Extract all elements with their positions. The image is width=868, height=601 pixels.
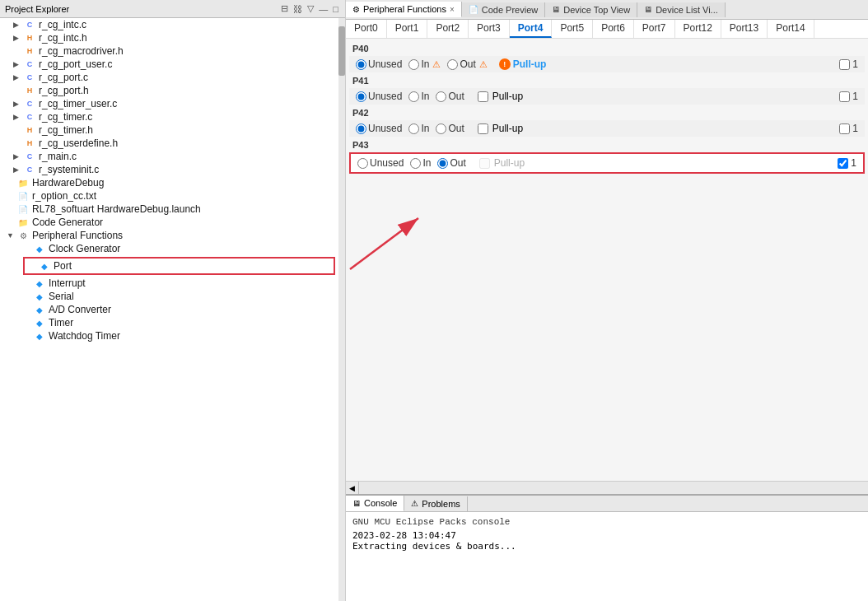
radio-in-p40[interactable]: In (408, 58, 429, 70)
radio-out-p43-input[interactable] (437, 158, 448, 169)
link-btn[interactable]: ⛓ (292, 2, 304, 15)
radio-unused-p42[interactable]: Unused (356, 123, 402, 134)
tree-folder-code-generator[interactable]: 📁 Code Generator (0, 216, 338, 229)
radio-out-p42-label: Out (448, 123, 464, 134)
tree-item-timer[interactable]: ◆ Timer (0, 316, 338, 329)
tree-item[interactable]: H r_cg_port.h (0, 84, 338, 97)
port-tab-port3[interactable]: Port3 (469, 20, 510, 38)
checkbox-p40[interactable] (839, 59, 850, 70)
port-tab-port7[interactable]: Port7 (634, 20, 675, 38)
value-label-p42: 1 (852, 123, 858, 134)
radio-out-p40[interactable]: Out (447, 58, 475, 70)
pullup-checkbox-p43[interactable] (479, 158, 490, 169)
tree-item-interrupt[interactable]: ◆ Interrupt (0, 277, 338, 290)
radio-out-p42[interactable]: Out (436, 123, 464, 134)
radio-in-p43[interactable]: In (410, 157, 431, 169)
radio-unused-p41-input[interactable] (356, 91, 366, 102)
port-row-p43: Unused In Out Pull-up (349, 152, 865, 174)
expand-icon: ▶ (13, 21, 23, 29)
port-tab-port4[interactable]: Port4 (510, 20, 553, 38)
tree-item[interactable]: H r_cg_timer.h (0, 123, 338, 137)
tree-item-ad-converter[interactable]: ◆ A/D Converter (0, 303, 338, 316)
tree-item-port[interactable]: ◆ Port (23, 257, 335, 275)
radio-in-p41[interactable]: In (408, 91, 429, 102)
radio-out-p41[interactable]: Out (436, 91, 464, 102)
tab-close-peripheral[interactable]: × (450, 5, 455, 14)
port-tab-port1[interactable]: Port1 (387, 20, 428, 38)
maximize-btn[interactable]: □ (331, 2, 340, 15)
filter-btn[interactable]: ▽ (306, 2, 315, 15)
minimize-btn[interactable]: — (317, 2, 329, 15)
tab-device-list[interactable]: 🖥 Device List Vi... (637, 2, 726, 17)
radio-out-p41-label: Out (448, 91, 464, 102)
left-scrollbar[interactable] (338, 18, 345, 601)
tree-item-serial[interactable]: ◆ Serial (0, 290, 338, 303)
radio-unused-p43[interactable]: Unused (357, 157, 404, 169)
checkbox-p43[interactable] (838, 158, 848, 169)
checkbox-p42[interactable] (839, 123, 850, 134)
expand-icon: ▶ (13, 60, 23, 68)
tree-item[interactable]: ▶ C r_cg_port_user.c (0, 58, 338, 71)
horizontal-scrollbar[interactable]: ◀ (346, 481, 868, 494)
tab-problems[interactable]: ⚠ Problems (404, 496, 467, 511)
radio-in-p42[interactable]: In (408, 123, 429, 134)
port-p42-options: Unused In Out (356, 123, 464, 134)
radio-out-p42-input[interactable] (436, 123, 446, 134)
radio-unused-p40[interactable]: Unused (356, 58, 402, 70)
interrupt-icon: ◆ (33, 277, 46, 289)
tree-item[interactable]: ▶ C r_cg_port.c (0, 71, 338, 84)
radio-in-p40-input[interactable] (408, 59, 419, 70)
value-section-p42: 1 (839, 123, 858, 134)
port-tab-port12[interactable]: Port12 (675, 20, 721, 38)
port-tab-port13[interactable]: Port13 (721, 20, 768, 38)
tree-item-watchdog[interactable]: ◆ Watchdog Timer (0, 329, 338, 342)
port-tab-port0[interactable]: Port0 (346, 20, 387, 38)
file-label: r_cg_intc.c (39, 19, 86, 30)
radio-unused-p40-input[interactable] (356, 59, 366, 70)
pullup-checkbox-p42[interactable] (478, 123, 488, 134)
tab-console-label: Console (364, 498, 397, 508)
radio-out-p40-input[interactable] (447, 59, 458, 70)
value-label-p41: 1 (852, 91, 858, 102)
tree-item-clock-generator[interactable]: ◆ Clock Generator (0, 242, 338, 255)
radio-in-p41-input[interactable] (408, 91, 419, 102)
port-tab-port5[interactable]: Port5 (552, 20, 593, 38)
tree-item[interactable]: ▶ C r_cg_timer_user.c (0, 97, 338, 110)
tree-item-option[interactable]: 📄 r_option_cc.txt (0, 189, 338, 203)
port-group-p42: P42 Unused In Out (349, 106, 865, 137)
tree-item-launch[interactable]: 📄 RL78_softuart HardwareDebug.launch (0, 203, 338, 216)
radio-in-p42-label: In (421, 123, 429, 134)
checkbox-p41[interactable] (839, 91, 850, 102)
code-preview-icon: 📄 (469, 5, 478, 14)
port-tab-port6[interactable]: Port6 (593, 20, 634, 38)
scrollbar-thumb[interactable] (338, 26, 345, 76)
tab-device-top[interactable]: 🖥 Device Top View (545, 2, 637, 17)
file-label: r_systeminit.c (39, 164, 99, 175)
bottom-tabs-bar: 🖥 Console ⚠ Problems (346, 496, 868, 512)
radio-out-p41-input[interactable] (436, 91, 446, 102)
tree-folder-hardware-debug[interactable]: 📁 HardwareDebug (0, 176, 338, 189)
tab-console[interactable]: 🖥 Console (346, 496, 404, 511)
tree-item[interactable]: ▶ C r_systeminit.c (0, 163, 338, 176)
tree-item[interactable]: ▶ C r_cg_intc.c (0, 18, 338, 31)
tree-item[interactable]: ▶ C r_cg_timer.c (0, 110, 338, 123)
collapse-all-btn[interactable]: ⊟ (279, 2, 290, 15)
port-tab-port2[interactable]: Port2 (427, 20, 469, 38)
tree-item[interactable]: H r_cg_macrodriver.h (0, 44, 338, 58)
tree-item[interactable]: ▶ H r_cg_intc.h (0, 31, 338, 44)
radio-in-p43-input[interactable] (410, 158, 421, 169)
radio-unused-p43-input[interactable] (357, 158, 368, 169)
scroll-left-btn[interactable]: ◀ (346, 482, 359, 495)
tab-code-preview[interactable]: 📄 Code Preview (462, 2, 545, 17)
port-tab-port14[interactable]: Port14 (768, 20, 814, 38)
tree-item-peripheral-functions[interactable]: ▼ ⚙ Peripheral Functions (0, 229, 338, 242)
radio-out-p43[interactable]: Out (437, 157, 465, 169)
tree-item[interactable]: H r_cg_userdefine.h (0, 137, 338, 150)
radio-in-p42-input[interactable] (408, 123, 419, 134)
tree-item[interactable]: ▶ C r_main.c (0, 150, 338, 163)
pullup-checkbox-p41[interactable] (478, 91, 488, 102)
tab-peripheral-functions[interactable]: ⚙ Peripheral Functions × (346, 2, 462, 17)
tab-problems-label: Problems (422, 499, 460, 509)
radio-unused-p42-input[interactable] (356, 123, 366, 134)
radio-unused-p41[interactable]: Unused (356, 91, 402, 102)
